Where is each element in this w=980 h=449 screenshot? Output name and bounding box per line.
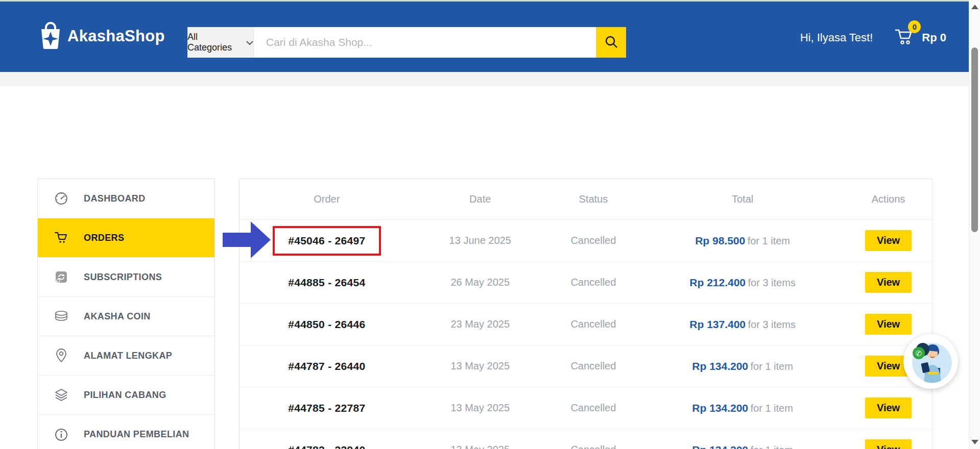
order-status: Cancelled [546, 235, 640, 246]
sidebar-item-label: ORDERS [84, 233, 124, 243]
order-total-amount: Rp 134.200 [692, 444, 748, 449]
order-number: #44850 - 26446 [288, 318, 365, 330]
sidebar-item-label: ALAMAT LENGKAP [84, 351, 172, 361]
order-status: Cancelled [546, 277, 640, 288]
order-status: Cancelled [546, 360, 640, 372]
column-header-status: Status [546, 193, 640, 205]
account-sidebar: DASHBOARD ORDERS SUBSCRIPTIONS AKASHA CO… [37, 179, 215, 449]
column-header-order: Order [240, 193, 414, 205]
annotation-arrow-right-icon [223, 221, 271, 258]
order-status: Cancelled [546, 444, 640, 449]
order-number: #44787 - 26440 [288, 360, 365, 372]
sidebar-item-pilihan-cabang[interactable]: PILIHAN CABANG [38, 376, 214, 415]
order-total-items: for 1 item [751, 403, 793, 414]
shopping-bag-logo-icon [39, 21, 62, 51]
brand-logo[interactable]: AkashaShop [39, 21, 165, 51]
order-total-items: for 1 item [751, 444, 793, 449]
whatsapp-chat-widget[interactable]: ✆ [903, 334, 958, 389]
red-highlight-box: #45046 - 26497 [273, 226, 380, 256]
view-order-button[interactable]: View [865, 314, 912, 335]
cart-icon [54, 230, 69, 245]
order-number-wrap: #44885 - 26454 [275, 270, 378, 295]
column-header-actions: Actions [845, 193, 932, 205]
order-number-wrap: #44785 - 22787 [275, 395, 378, 421]
order-number: #45046 - 26497 [288, 235, 365, 246]
order-number: #44785 - 22787 [288, 402, 365, 414]
svg-text:✆: ✆ [916, 349, 922, 358]
cart-total: Rp 0 [922, 31, 946, 44]
table-body: #45046 - 26497 13 June 2025 Cancelled Rp… [240, 220, 932, 449]
user-greeting[interactable]: Hi, Ilyasa Test! [800, 31, 873, 44]
order-date: 13 June 2025 [414, 235, 546, 246]
order-total-items: for 3 items [748, 319, 796, 330]
chevron-down-icon [246, 37, 253, 48]
cart-count-badge: 0 [908, 20, 921, 33]
view-order-button[interactable]: View [865, 439, 912, 449]
order-total: Rp 134.200 for 1 item [640, 360, 845, 372]
order-total-amount: Rp 212.400 [689, 277, 746, 288]
order-date: 26 May 2025 [414, 277, 546, 288]
sidebar-item-label: SUBSCRIPTIONS [84, 272, 162, 283]
map-pin-icon [54, 348, 69, 363]
sidebar-item-subscriptions[interactable]: SUBSCRIPTIONS [38, 258, 214, 297]
order-number: #44885 - 26454 [288, 277, 365, 288]
category-dropdown[interactable]: All Categories [187, 27, 254, 58]
order-date: 13 May 2025 [414, 444, 546, 449]
sidebar-item-label: AKASHA COIN [84, 311, 151, 322]
scroll-down-arrow[interactable] [971, 440, 978, 444]
search-bar: All Categories [187, 27, 626, 58]
order-total-amount: Rp 134.200 [692, 360, 748, 372]
sidebar-item-label: PANDUAN PEMBELIAN [84, 429, 189, 440]
category-dropdown-label: All Categories [187, 32, 242, 53]
order-status: Cancelled [546, 318, 640, 330]
order-total-amount: Rp 134.200 [692, 402, 748, 414]
sidebar-item-alamat-lengkap[interactable]: ALAMAT LENGKAP [38, 336, 214, 376]
order-row: #44785 - 22787 13 May 2025 Cancelled Rp … [240, 387, 932, 429]
scrollbar-thumb[interactable] [971, 47, 978, 232]
order-total: Rp 134.200 for 1 item [640, 444, 845, 449]
mini-cart[interactable]: 0 Rp 0 [894, 28, 946, 48]
brand-name: AkashaShop [67, 27, 165, 45]
search-input[interactable] [254, 27, 596, 58]
order-total-amount: Rp 98.500 [695, 235, 745, 246]
order-row: #44787 - 26440 13 May 2025 Cancelled Rp … [240, 345, 932, 387]
subheader-strip [0, 72, 980, 86]
search-icon [604, 35, 618, 51]
view-order-button[interactable]: View [865, 230, 912, 251]
orders-table: OrderDateStatusTotalActions #45046 - 264… [239, 179, 933, 449]
order-row: #45046 - 26497 13 June 2025 Cancelled Rp… [240, 220, 932, 262]
order-row: #44850 - 26446 23 May 2025 Cancelled Rp … [240, 304, 932, 345]
recurring-icon [54, 269, 69, 285]
view-order-button[interactable]: View [865, 397, 912, 418]
browser-scrollbar [969, 0, 980, 449]
cart-icon [894, 39, 915, 47]
order-number-wrap: #44850 - 26446 [275, 312, 378, 337]
header-user-area: Hi, Ilyasa Test! 0 Rp 0 [800, 3, 946, 72]
scroll-up-arrow[interactable] [971, 5, 978, 9]
order-status: Cancelled [546, 402, 640, 414]
sidebar-item-label: DASHBOARD [84, 193, 146, 204]
sidebar-item-label: PILIHAN CABANG [84, 390, 166, 401]
sidebar-item-orders[interactable]: ORDERS [38, 218, 214, 258]
site-header: AkashaShop All Categories Hi, Ilyasa Tes… [0, 2, 980, 72]
support-agent-illustration: ✆ [903, 334, 958, 389]
sidebar-item-dashboard[interactable]: DASHBOARD [38, 179, 214, 218]
order-total: Rp 134.200 for 1 item [640, 402, 845, 414]
order-row: #44885 - 26454 26 May 2025 Cancelled Rp … [240, 262, 932, 304]
sidebar-item-panduan-pembelian[interactable]: PANDUAN PEMBELIAN [38, 415, 214, 449]
order-total-items: for 3 items [748, 277, 796, 288]
layers-icon [54, 387, 69, 403]
order-date: 13 May 2025 [414, 402, 546, 414]
order-number: #44782 - 22940 [288, 444, 365, 449]
order-date: 23 May 2025 [414, 318, 546, 330]
order-total: Rp 137.400 for 3 items [640, 318, 845, 331]
sidebar-item-akasha-coin[interactable]: AKASHA COIN [38, 297, 214, 336]
order-date: 13 May 2025 [414, 360, 546, 372]
view-order-button[interactable]: View [865, 272, 912, 293]
search-button[interactable] [596, 27, 626, 58]
order-number-wrap: #44782 - 22940 [275, 437, 378, 449]
info-icon [54, 427, 69, 442]
order-total: Rp 212.400 for 3 items [640, 277, 845, 289]
column-header-date: Date [414, 193, 546, 205]
order-total-items: for 1 item [751, 361, 793, 372]
